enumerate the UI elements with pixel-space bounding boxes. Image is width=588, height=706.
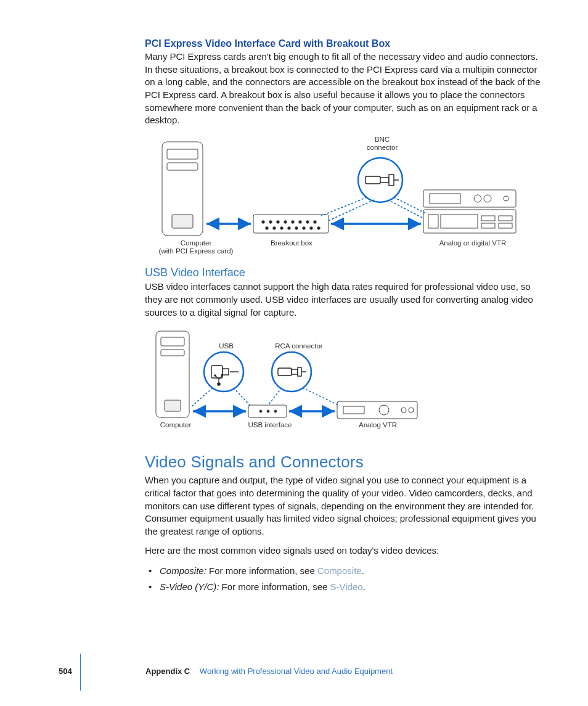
list-item: S-Video (Y/C): For more information, see… [156, 579, 548, 595]
svg-point-5 [262, 221, 265, 224]
svg-rect-1 [167, 149, 198, 159]
para-pci-breakout: Many PCI Express cards aren't big enough… [145, 51, 548, 127]
svg-point-7 [277, 221, 280, 224]
svg-point-51 [274, 410, 277, 413]
breakout-box-icon [253, 215, 329, 233]
svg-point-19 [310, 227, 313, 230]
svg-line-71 [303, 388, 338, 405]
page: PCI Express Video Interface Card with Br… [0, 0, 588, 706]
svg-rect-28 [441, 215, 478, 228]
heading-pci-breakout: PCI Express Video Interface Card with Br… [145, 38, 548, 49]
svg-rect-31 [499, 216, 512, 221]
svg-rect-36 [389, 174, 394, 186]
svg-rect-46 [161, 350, 184, 356]
heading-video-signals: Video Signals and Connectors [145, 453, 548, 472]
label-computer: Computer [151, 421, 200, 429]
footer-appendix: Appendix C [145, 667, 190, 676]
svg-rect-52 [337, 401, 417, 419]
label-rca: RCA connector [268, 342, 330, 350]
figure-breakout-diagram: BNCconnector Computer(with PCI Express c… [145, 136, 548, 259]
svg-point-14 [273, 227, 276, 230]
bullet-label: Composite: [160, 565, 206, 576]
svg-point-8 [284, 221, 287, 224]
para-video-signals-2: Here are the most common video signals u… [145, 544, 548, 557]
period: . [363, 581, 365, 592]
label-computer-pci: Computer(with PCI Express card) [150, 239, 242, 255]
svg-point-17 [295, 227, 298, 230]
label-vtr: Analog or digital VTR [436, 239, 510, 247]
svg-rect-29 [481, 216, 495, 221]
svg-rect-22 [430, 194, 460, 203]
rca-magnifier-icon [272, 352, 311, 392]
vtr-icon [423, 190, 516, 233]
label-breakout-box: Breakout box [261, 239, 322, 247]
period: . [362, 565, 364, 576]
usb-magnifier-icon [204, 352, 243, 392]
label-bnc: BNCconnector [361, 136, 404, 152]
svg-point-24 [484, 195, 491, 202]
svg-point-60 [218, 383, 220, 385]
signal-list: Composite: For more information, see Com… [145, 563, 548, 594]
footer-text: Appendix C Working with Professional Vid… [145, 667, 393, 676]
para-video-signals-1: When you capture and output, the type of… [145, 474, 548, 538]
svg-point-9 [292, 221, 295, 224]
svg-rect-65 [292, 369, 298, 374]
svg-rect-21 [423, 190, 516, 207]
svg-rect-66 [298, 367, 301, 376]
svg-rect-61 [221, 374, 223, 376]
footer-title: Working with Professional Video and Audi… [200, 667, 393, 676]
svg-point-55 [401, 408, 406, 413]
svg-rect-27 [428, 215, 438, 228]
figure-usb-diagram: USB RCA connector Computer USB interface… [145, 327, 548, 435]
link-composite[interactable]: Composite [317, 565, 362, 576]
svg-point-56 [409, 408, 414, 413]
bnc-magnifier-icon [358, 158, 402, 202]
svg-rect-34 [365, 176, 380, 184]
svg-rect-2 [167, 163, 198, 170]
svg-point-54 [379, 405, 389, 415]
list-item: Composite: For more information, see Com… [156, 563, 548, 579]
svg-rect-45 [161, 337, 184, 346]
svg-point-15 [280, 227, 284, 230]
heading-usb-interface: USB Video Interface [145, 266, 548, 279]
label-analog-vtr: Analog VTR [353, 421, 402, 429]
svg-line-68 [190, 388, 213, 408]
bullet-text: For more information, see [206, 565, 317, 576]
label-usb: USB [208, 342, 245, 350]
para-usb-interface: USB video interfaces cannot support the … [145, 281, 548, 319]
page-footer: 504 Appendix C Working with Professional… [0, 667, 588, 681]
svg-rect-59 [223, 369, 229, 375]
bullet-label: S-Video (Y/C): [160, 581, 219, 592]
usb-interface-icon [248, 405, 287, 417]
svg-rect-3 [172, 215, 193, 228]
bullet-text: For more information, see [219, 581, 330, 592]
label-usb-interface: USB interface [242, 421, 298, 429]
svg-point-13 [266, 227, 269, 230]
svg-point-62 [214, 374, 216, 377]
svg-rect-35 [380, 178, 389, 183]
svg-rect-26 [423, 210, 516, 233]
link-svideo[interactable]: S-Video [330, 581, 363, 592]
svg-rect-47 [165, 400, 181, 411]
svg-point-16 [288, 227, 291, 230]
svg-rect-30 [481, 223, 495, 228]
svg-rect-32 [499, 223, 512, 228]
svg-rect-53 [343, 406, 364, 414]
svg-point-10 [299, 221, 302, 224]
svg-point-20 [317, 227, 321, 230]
svg-point-6 [269, 221, 272, 224]
svg-rect-64 [278, 368, 292, 376]
analog-vtr-icon [337, 401, 417, 419]
svg-point-49 [259, 410, 262, 413]
computer-small-icon [156, 331, 189, 417]
svg-rect-58 [211, 366, 223, 378]
svg-point-23 [474, 195, 481, 202]
page-number: 504 [59, 667, 72, 676]
svg-point-18 [303, 227, 306, 230]
svg-point-50 [267, 410, 269, 413]
computer-icon [162, 142, 203, 236]
svg-rect-4 [253, 215, 329, 233]
svg-line-69 [234, 388, 251, 406]
svg-point-12 [314, 221, 317, 224]
svg-point-11 [306, 221, 309, 224]
